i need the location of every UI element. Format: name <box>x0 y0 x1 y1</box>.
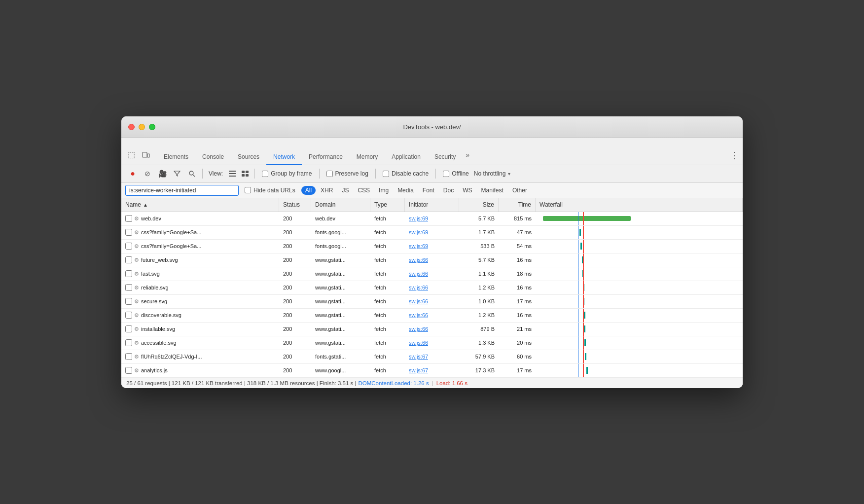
minimize-button[interactable] <box>139 124 145 130</box>
td-type: fetch <box>370 240 405 253</box>
group-view-button[interactable] <box>240 168 251 179</box>
row-checkbox[interactable] <box>125 284 132 291</box>
initiator-link[interactable]: sw.js:69 <box>409 243 428 249</box>
td-type: fetch <box>370 350 405 363</box>
cursor-icon[interactable]: ⬚ <box>125 149 137 161</box>
tab-security[interactable]: Security <box>428 149 463 165</box>
device-toggle-icon[interactable] <box>140 149 152 161</box>
tab-memory[interactable]: Memory <box>350 149 385 165</box>
waterfall-container <box>540 336 739 350</box>
hide-data-urls-checkbox[interactable] <box>245 187 251 193</box>
disable-cache-toggle[interactable]: Disable cache <box>383 170 429 177</box>
tab-application[interactable]: Application <box>385 149 428 165</box>
filter-doc[interactable]: Doc <box>439 186 458 195</box>
table-row[interactable]: ⚙ fast.svg 200 www.gstati... fetch sw.js… <box>121 267 743 281</box>
tab-elements[interactable]: Elements <box>157 149 195 165</box>
offline-toggle[interactable]: Offline <box>443 170 468 177</box>
table-row[interactable]: ⚙ css?family=Google+Sa... 200 fonts.goog… <box>121 240 743 253</box>
initiator-link[interactable]: sw.js:66 <box>409 326 428 332</box>
tab-sources[interactable]: Sources <box>231 149 266 165</box>
table-row[interactable]: ⚙ web.dev 200 web.dev fetch sw.js:69 5.7… <box>121 212 743 226</box>
stop-button[interactable]: ⊘ <box>141 167 154 180</box>
table-row[interactable]: ⚙ analytics.js 200 www.googl... fetch sw… <box>121 364 743 378</box>
tab-console[interactable]: Console <box>195 149 231 165</box>
group-by-frame-checkbox[interactable] <box>262 171 268 177</box>
th-name[interactable]: Name ▲ <box>121 198 279 212</box>
table-row[interactable]: ⚙ future_web.svg 200 www.gstati... fetch… <box>121 253 743 267</box>
row-checkbox[interactable] <box>125 270 132 277</box>
row-checkbox[interactable] <box>125 256 132 263</box>
table-row[interactable]: ⚙ secure.svg 200 www.gstati... fetch sw.… <box>121 295 743 309</box>
th-waterfall[interactable]: Waterfall <box>536 198 743 212</box>
tabs-more-button[interactable]: » <box>463 147 472 163</box>
table-row[interactable]: ⚙ css?family=Google+Sa... 200 fonts.goog… <box>121 226 743 240</box>
filter-other[interactable]: Other <box>508 186 531 195</box>
initiator-link[interactable]: sw.js:66 <box>409 285 428 290</box>
initiator-link[interactable]: sw.js:66 <box>409 257 428 263</box>
tabs-menu-button[interactable]: ⋮ <box>730 150 739 165</box>
close-button[interactable] <box>128 124 135 130</box>
disable-cache-checkbox[interactable] <box>383 171 389 177</box>
filter-font[interactable]: Font <box>419 186 438 195</box>
filter-input[interactable] <box>125 185 239 196</box>
row-checkbox[interactable] <box>125 229 132 236</box>
row-checkbox[interactable] <box>125 353 132 360</box>
camera-button[interactable]: 🎥 <box>156 167 169 180</box>
tab-network[interactable]: Network <box>266 149 302 165</box>
table-row[interactable]: ⚙ accessible.svg 200 www.gstati... fetch… <box>121 336 743 350</box>
view-label: View: <box>209 170 223 177</box>
waterfall-bar <box>543 216 631 221</box>
row-checkbox[interactable] <box>125 215 132 222</box>
initiator-link[interactable]: sw.js:66 <box>409 271 428 277</box>
th-size[interactable]: Size <box>459 198 499 212</box>
table-row[interactable]: ⚙ reliable.svg 200 www.gstati... fetch s… <box>121 281 743 295</box>
hide-data-urls-toggle[interactable]: Hide data URLs <box>245 187 295 194</box>
group-by-frame-toggle[interactable]: Group by frame <box>262 170 312 177</box>
th-status[interactable]: Status <box>279 198 311 212</box>
initiator-link[interactable]: sw.js:69 <box>409 229 428 235</box>
filter-css[interactable]: CSS <box>354 186 374 195</box>
devtools-container: ⬚ Elements Console Sources Network Perfo… <box>121 138 743 388</box>
row-checkbox[interactable] <box>125 325 132 332</box>
table-row[interactable]: ⚙ discoverable.svg 200 www.gstati... fet… <box>121 309 743 323</box>
filter-js[interactable]: JS <box>338 186 353 195</box>
td-waterfall <box>536 281 743 294</box>
initiator-link[interactable]: sw.js:66 <box>409 298 428 304</box>
tab-performance[interactable]: Performance <box>302 149 350 165</box>
record-button[interactable]: ● <box>126 167 139 180</box>
th-domain[interactable]: Domain <box>311 198 370 212</box>
filter-ws[interactable]: WS <box>459 186 476 195</box>
initiator-link[interactable]: sw.js:66 <box>409 312 428 318</box>
preserve-log-checkbox[interactable] <box>326 171 333 177</box>
th-time[interactable]: Time <box>499 198 536 212</box>
initiator-link[interactable]: sw.js:69 <box>409 216 428 221</box>
initiator-link[interactable]: sw.js:67 <box>409 367 428 373</box>
offline-checkbox[interactable] <box>443 171 449 177</box>
table-row[interactable]: ⚙ installable.svg 200 www.gstati... fetc… <box>121 323 743 336</box>
row-checkbox[interactable] <box>125 312 132 319</box>
throttle-select[interactable]: No throttling Slow 3G Fast 3G <box>474 170 513 177</box>
filter-xhr[interactable]: XHR <box>317 186 337 195</box>
th-initiator[interactable]: Initiator <box>405 198 459 212</box>
filter-all[interactable]: All <box>301 186 316 195</box>
waterfall-container <box>540 212 739 225</box>
initiator-link[interactable]: sw.js:67 <box>409 354 428 360</box>
filter-media[interactable]: Media <box>394 186 418 195</box>
row-checkbox[interactable] <box>125 367 132 374</box>
table-row[interactable]: ⚙ flUhRq6tzZclQEJ-Vdg-I... 200 fonts.gst… <box>121 350 743 364</box>
maximize-button[interactable] <box>149 124 155 130</box>
row-checkbox[interactable] <box>125 339 132 346</box>
sort-arrow-icon: ▲ <box>143 202 148 208</box>
filter-button[interactable] <box>171 167 183 180</box>
row-checkbox[interactable] <box>125 243 132 250</box>
th-type[interactable]: Type <box>370 198 405 212</box>
row-checkbox[interactable] <box>125 298 132 305</box>
td-type: fetch <box>370 295 405 308</box>
table-header: Name ▲ Status Domain Type Initiator Size <box>121 198 743 212</box>
preserve-log-toggle[interactable]: Preserve log <box>326 170 368 177</box>
filter-img[interactable]: Img <box>375 186 393 195</box>
search-button[interactable] <box>185 167 198 180</box>
filter-manifest[interactable]: Manifest <box>477 186 507 195</box>
list-view-button[interactable] <box>227 168 238 179</box>
initiator-link[interactable]: sw.js:66 <box>409 340 428 346</box>
